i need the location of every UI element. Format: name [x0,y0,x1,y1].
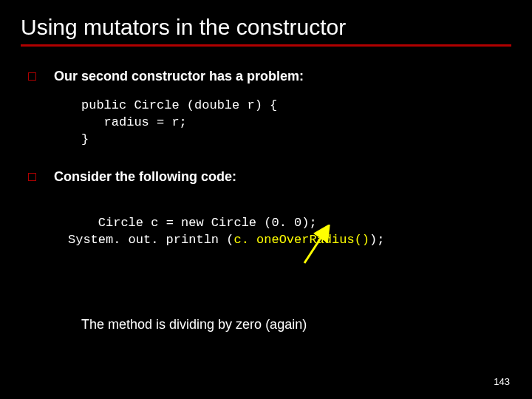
bullet-text-1: Our second constructor has a problem: [54,69,304,84]
slide-title: Using mutators in the constructor [21,15,511,40]
bullet-text-2: Consider the following code: [54,169,236,185]
code-line-2-post: ); [369,233,384,247]
conclusion-text: The method is dividing by zero (again) [81,317,511,332]
code-block-2: Circle c = new Circle (0. 0);System. out… [68,198,511,283]
square-bullet-icon [28,173,36,181]
code-line-1: Circle c = new Circle (0. 0); [98,216,317,230]
title-underline [21,44,511,47]
code-line-2-pre: System. out. println ( [68,233,233,247]
bullet-row-1: Our second constructor has a problem: [21,69,511,84]
square-bullet-icon [28,72,36,81]
page-number: 143 [494,376,510,387]
slide: Using mutators in the constructor Our se… [0,0,532,399]
bullet-row-2: Consider the following code: [21,169,511,185]
code-line-2-highlight: c. oneOverRadius() [233,233,369,247]
code-block-1: public Circle (double r) { radius = r; } [81,98,511,149]
